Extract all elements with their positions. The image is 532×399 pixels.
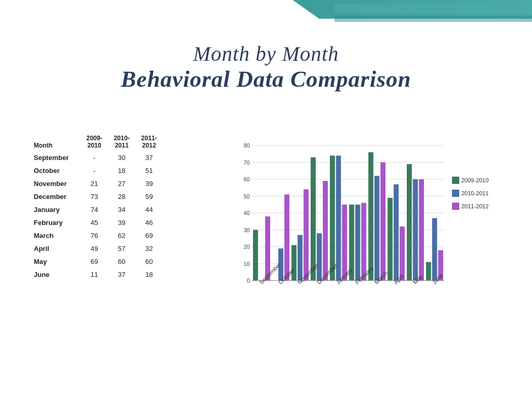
- y1-cell: -: [84, 151, 112, 164]
- y1-cell: 21: [84, 177, 112, 190]
- bar: [355, 205, 361, 281]
- y1-cell: 74: [84, 203, 112, 216]
- bar: [407, 164, 412, 281]
- y1-cell: 49: [84, 242, 112, 255]
- bar: [380, 163, 385, 281]
- y1-cell: -: [84, 164, 112, 177]
- bar: [330, 156, 335, 281]
- col-header-month: Month: [34, 132, 84, 151]
- table-row: November 21 27 39: [34, 177, 166, 190]
- month-cell: June: [34, 268, 84, 281]
- title-area: Month by Month Behavioral Data Compariso…: [0, 42, 532, 92]
- y1-cell: 11: [84, 268, 112, 281]
- y3-cell: 60: [139, 255, 167, 268]
- y2-cell: 28: [112, 190, 139, 203]
- legend-swatch: [452, 203, 459, 210]
- y2-cell: 27: [112, 177, 139, 190]
- svg-text:10: 10: [244, 261, 250, 267]
- bar: [298, 235, 303, 281]
- y3-cell: 69: [139, 229, 167, 242]
- y2-cell: 62: [112, 229, 139, 242]
- svg-text:60: 60: [244, 176, 250, 182]
- y1-cell: 45: [84, 216, 112, 229]
- bar: [291, 245, 297, 281]
- legend-label: 2009-2010: [461, 177, 489, 183]
- title-line2: Behavioral Data Comparison: [0, 66, 532, 92]
- y2-cell: 30: [112, 151, 139, 164]
- bar: [317, 233, 322, 281]
- bar: [375, 176, 380, 281]
- legend-swatch: [452, 177, 459, 184]
- bar-chart: 01020304050607080SeptemberOctoberNovembe…: [236, 140, 507, 338]
- col-header-y2: 2010-2011: [112, 132, 139, 151]
- table-row: January 74 34 44: [34, 203, 166, 216]
- y2-cell: 34: [112, 203, 139, 216]
- month-cell: October: [34, 164, 84, 177]
- month-cell: January: [34, 203, 84, 216]
- y2-cell: 37: [112, 268, 139, 281]
- month-cell: September: [34, 151, 84, 164]
- y3-cell: 59: [139, 190, 167, 203]
- month-cell: November: [34, 177, 84, 190]
- table-row: June 11 37 18: [34, 268, 166, 281]
- svg-text:0: 0: [247, 277, 250, 284]
- bar: [368, 152, 374, 281]
- table-row: October - 18 51: [34, 164, 166, 177]
- y2-cell: 57: [112, 242, 139, 255]
- y3-cell: 44: [139, 203, 167, 216]
- y2-cell: 39: [112, 216, 139, 229]
- y3-cell: 51: [139, 164, 167, 177]
- month-cell: May: [34, 255, 84, 268]
- month-cell: December: [34, 190, 84, 203]
- legend-label: 2010-2011: [461, 190, 489, 196]
- bar: [432, 218, 437, 281]
- col-header-y1: 2009-2010: [84, 132, 112, 151]
- title-line1: Month by Month: [0, 42, 532, 66]
- svg-text:40: 40: [244, 210, 250, 216]
- table-row: May 69 60 60: [34, 255, 166, 268]
- table-row: March 76 62 69: [34, 229, 166, 242]
- bar: [426, 262, 431, 281]
- col-header-y3: 2011-2012: [139, 132, 167, 151]
- bar: [336, 156, 341, 281]
- svg-text:30: 30: [244, 227, 250, 233]
- month-cell: March: [34, 229, 84, 242]
- chart-container: 01020304050607080SeptemberOctoberNovembe…: [236, 140, 507, 338]
- y3-cell: 18: [139, 268, 167, 281]
- bar: [284, 194, 289, 281]
- bar: [303, 190, 309, 281]
- bar: [419, 179, 424, 281]
- legend-swatch: [452, 190, 459, 197]
- y3-cell: 46: [139, 216, 167, 229]
- y2-cell: 18: [112, 164, 139, 177]
- y2-cell: 60: [112, 255, 139, 268]
- svg-text:70: 70: [244, 159, 250, 166]
- bar: [311, 157, 316, 281]
- y3-cell: 39: [139, 177, 167, 190]
- month-cell: April: [34, 242, 84, 255]
- y1-cell: 73: [84, 190, 112, 203]
- table-row: April 49 57 32: [34, 242, 166, 255]
- y1-cell: 76: [84, 229, 112, 242]
- bar: [253, 230, 258, 281]
- table-row: September - 30 37: [34, 151, 166, 164]
- bar: [388, 198, 393, 281]
- y1-cell: 69: [84, 255, 112, 268]
- legend-label: 2011-2012: [461, 203, 489, 209]
- top-bar-accent2: [335, 16, 532, 22]
- svg-text:20: 20: [244, 244, 250, 250]
- svg-text:80: 80: [244, 142, 250, 149]
- y3-cell: 32: [139, 242, 167, 255]
- y3-cell: 37: [139, 151, 167, 164]
- bar: [323, 181, 328, 281]
- svg-text:50: 50: [244, 193, 250, 200]
- bar: [394, 184, 399, 281]
- bar: [400, 227, 405, 281]
- month-cell: February: [34, 216, 84, 229]
- table-row: February 45 39 46: [34, 216, 166, 229]
- top-bar-accent1: [335, 4, 532, 14]
- table-row: December 73 28 59: [34, 190, 166, 203]
- data-table: Month 2009-2010 2010-2011 2011-2012 Sept…: [34, 132, 166, 281]
- bar: [413, 179, 418, 281]
